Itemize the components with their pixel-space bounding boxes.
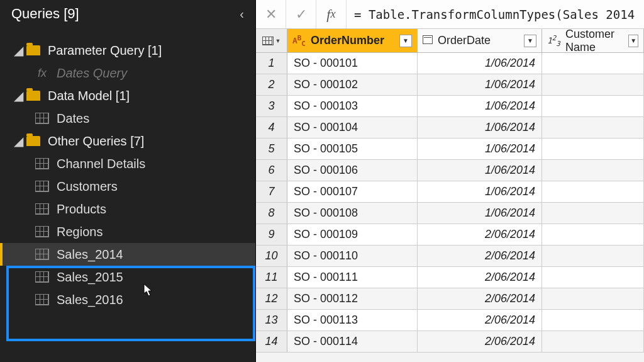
query-item[interactable]: Products (0, 198, 255, 220)
cell-customername[interactable] (542, 53, 644, 74)
column-filter-button[interactable]: ▼ (628, 35, 638, 47)
query-label: Dates (57, 111, 89, 126)
row-number[interactable]: 6 (256, 160, 287, 181)
table-row[interactable]: 4SO - 0001041/06/2014 (256, 117, 644, 139)
cell-customername[interactable] (542, 288, 644, 309)
cancel-formula-button[interactable]: ✕ (256, 0, 286, 28)
query-group[interactable]: ◢Parameter Query [1] (0, 39, 255, 62)
cell-ordernumber[interactable]: SO - 000108 (287, 203, 418, 223)
cell-ordernumber[interactable]: SO - 000105 (287, 139, 418, 159)
cell-orderdate[interactable]: 1/06/2014 (418, 139, 542, 159)
cell-customername[interactable] (542, 224, 644, 245)
cell-orderdate[interactable]: 1/06/2014 (418, 160, 542, 181)
cell-orderdate[interactable]: 1/06/2014 (418, 117, 542, 138)
row-number[interactable]: 11 (256, 267, 287, 288)
column-header[interactable]: OrderDate▼ (418, 29, 542, 52)
table-row[interactable]: 8SO - 0001081/06/2014 (256, 203, 644, 224)
table-row[interactable]: 7SO - 0001071/06/2014 (256, 181, 644, 203)
table-row[interactable]: 13SO - 0001132/06/2014 (256, 310, 644, 331)
formula-input[interactable]: = Table.TransformColumnTypes(Sales_2014_ (347, 8, 644, 21)
cell-ordernumber[interactable]: SO - 000103 (287, 96, 418, 116)
cell-orderdate[interactable]: 2/06/2014 (418, 310, 542, 331)
cell-orderdate[interactable]: 2/06/2014 (418, 267, 542, 288)
cell-orderdate[interactable]: 2/06/2014 (418, 224, 542, 245)
table-row[interactable]: 6SO - 0001061/06/2014 (256, 160, 644, 181)
cell-customername[interactable] (542, 267, 644, 288)
table-row[interactable]: 1SO - 0001011/06/2014 (256, 53, 644, 74)
caret-down-icon: ◢ (14, 88, 24, 103)
cell-customername[interactable] (542, 96, 644, 116)
cell-customername[interactable] (542, 181, 644, 202)
query-item[interactable]: Customers (0, 175, 255, 198)
table-row[interactable]: 3SO - 0001031/06/2014 (256, 96, 644, 117)
table-row[interactable]: 10SO - 0001102/06/2014 (256, 246, 644, 267)
cell-ordernumber[interactable]: SO - 000101 (287, 53, 418, 74)
cell-customername[interactable] (542, 331, 644, 352)
commit-formula-button[interactable]: ✓ (286, 0, 316, 28)
query-item[interactable]: Channel Details (0, 152, 255, 175)
query-group[interactable]: ◢Other Queries [7] (0, 130, 255, 152)
row-number[interactable]: 13 (256, 310, 287, 331)
row-number[interactable]: 10 (256, 246, 287, 266)
query-label: Sales_2015 (57, 270, 123, 285)
query-item[interactable]: Sales_2015 (0, 266, 255, 288)
query-item[interactable]: Regions (0, 220, 255, 243)
table-row[interactable]: 14SO - 0001142/06/2014 (256, 331, 644, 353)
cell-orderdate[interactable]: 1/06/2014 (418, 53, 542, 74)
cell-orderdate[interactable]: 1/06/2014 (418, 181, 542, 202)
cell-customername[interactable] (542, 117, 644, 138)
row-number[interactable]: 1 (256, 53, 287, 74)
cell-ordernumber[interactable]: SO - 000112 (287, 288, 418, 309)
query-item[interactable]: Sales_2016 (0, 288, 255, 311)
cell-ordernumber[interactable]: SO - 000111 (287, 267, 418, 288)
table-row[interactable]: 5SO - 0001051/06/2014 (256, 139, 644, 160)
row-number[interactable]: 3 (256, 96, 287, 116)
row-number[interactable]: 9 (256, 224, 287, 245)
collapse-sidebar-button[interactable]: ‹ (240, 7, 244, 21)
cell-ordernumber[interactable]: SO - 000104 (287, 117, 418, 138)
cell-orderdate[interactable]: 2/06/2014 (418, 331, 542, 352)
table-row[interactable]: 11SO - 0001112/06/2014 (256, 267, 644, 288)
cell-orderdate[interactable]: 2/06/2014 (418, 246, 542, 266)
table-row[interactable]: 9SO - 0001092/06/2014 (256, 224, 644, 246)
cell-customername[interactable] (542, 310, 644, 331)
cell-ordernumber[interactable]: SO - 000113 (287, 310, 418, 331)
cell-ordernumber[interactable]: SO - 000109 (287, 224, 418, 245)
queries-sidebar: Queries [9] ‹ ◢Parameter Query [1]fxDate… (0, 0, 256, 362)
column-header[interactable]: ABCOrderNumber▼ (287, 29, 418, 52)
cell-orderdate[interactable]: 1/06/2014 (418, 74, 542, 95)
row-number[interactable]: 5 (256, 139, 287, 159)
cell-orderdate[interactable]: 1/06/2014 (418, 203, 542, 223)
query-item[interactable]: Sales_2014 (0, 243, 255, 266)
column-header[interactable]: 123Customer Name▼ (542, 29, 644, 52)
cell-customername[interactable] (542, 74, 644, 95)
cell-ordernumber[interactable]: SO - 000110 (287, 246, 418, 266)
cell-ordernumber[interactable]: SO - 000107 (287, 181, 418, 202)
column-filter-button[interactable]: ▼ (399, 35, 412, 47)
table-menu-button[interactable]: ▼ (256, 29, 287, 52)
row-number[interactable]: 8 (256, 203, 287, 223)
cell-orderdate[interactable]: 2/06/2014 (418, 288, 542, 309)
query-item[interactable]: fxDates Query (0, 62, 255, 84)
cell-customername[interactable] (542, 139, 644, 159)
query-item[interactable]: Dates (0, 107, 255, 130)
sidebar-title: Queries [9] (11, 6, 79, 22)
row-number[interactable]: 2 (256, 74, 287, 95)
cell-customername[interactable] (542, 203, 644, 223)
row-number[interactable]: 12 (256, 288, 287, 309)
table-row[interactable]: 2SO - 0001021/06/2014 (256, 74, 644, 96)
cell-customername[interactable] (542, 160, 644, 181)
cell-ordernumber[interactable]: SO - 000102 (287, 74, 418, 95)
row-number[interactable]: 4 (256, 117, 287, 138)
fx-icon[interactable]: fx (316, 0, 347, 28)
row-number[interactable]: 14 (256, 331, 287, 352)
row-number[interactable]: 7 (256, 181, 287, 202)
cell-ordernumber[interactable]: SO - 000114 (287, 331, 418, 352)
query-group[interactable]: ◢Data Model [1] (0, 84, 255, 107)
cell-orderdate[interactable]: 1/06/2014 (418, 96, 542, 116)
column-filter-button[interactable]: ▼ (524, 35, 536, 47)
cell-customername[interactable] (542, 246, 644, 266)
cell-ordernumber[interactable]: SO - 000106 (287, 160, 418, 181)
table-row[interactable]: 12SO - 0001122/06/2014 (256, 288, 644, 310)
text-type-icon: ABC (292, 34, 306, 48)
